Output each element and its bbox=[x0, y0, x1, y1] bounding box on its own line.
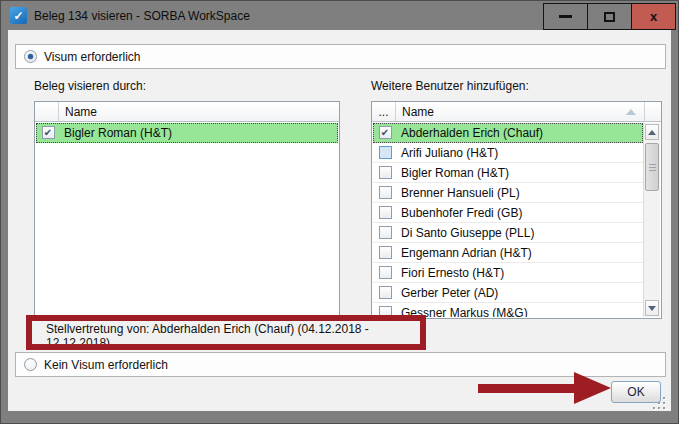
sort-ascending-icon bbox=[626, 109, 636, 115]
row-checkbox-checked[interactable]: ✔ bbox=[42, 126, 55, 139]
list-item[interactable]: Gerber Peter (AD) bbox=[373, 283, 643, 303]
approver-list-header: Name bbox=[35, 102, 339, 122]
minimize-icon bbox=[559, 15, 572, 18]
maximize-button[interactable] bbox=[587, 3, 632, 30]
checkbox-cell bbox=[373, 246, 397, 259]
checkbox-cell bbox=[373, 306, 397, 317]
user-name: Di Santo Giuseppe (PLL) bbox=[397, 226, 643, 240]
checkbox-cell bbox=[373, 286, 397, 299]
checkbox-cell bbox=[373, 166, 397, 179]
dialog-content: Visum erforderlich Beleg visieren durch:… bbox=[8, 30, 671, 411]
row-checkbox-checked[interactable]: ✔ bbox=[379, 126, 392, 139]
approver-list: Name ✔Bigler Roman (H&T) bbox=[34, 101, 340, 317]
substitution-note: Stellvertretung von: Abderhalden Erich (… bbox=[46, 322, 416, 350]
list-item[interactable]: Fiori Ernesto (H&T) bbox=[373, 263, 643, 283]
checkbox-cell bbox=[373, 206, 397, 219]
list-item[interactable]: Brenner Hansueli (PL) bbox=[373, 183, 643, 203]
row-checkbox[interactable] bbox=[379, 186, 392, 199]
list-item[interactable]: Gessner Markus (M&G) bbox=[373, 303, 643, 317]
list-item[interactable]: Di Santo Giuseppe (PLL) bbox=[373, 223, 643, 243]
row-checkbox[interactable] bbox=[379, 206, 392, 219]
additional-users-rows: ✔Abderhalden Erich (Chauf)Arifi Juliano … bbox=[373, 123, 643, 317]
minimize-button[interactable] bbox=[543, 3, 588, 30]
checkbox-cell bbox=[373, 186, 397, 199]
visum-required-option[interactable]: Visum erforderlich bbox=[15, 44, 666, 69]
checkbox-cell bbox=[373, 226, 397, 239]
row-checkbox[interactable] bbox=[379, 146, 392, 159]
window-title: Beleg 134 visieren - SORBA WorkSpace bbox=[34, 9, 250, 23]
user-name: Gerber Peter (AD) bbox=[397, 286, 643, 300]
radio-visum-required[interactable] bbox=[24, 50, 37, 63]
row-checkbox[interactable] bbox=[379, 246, 392, 259]
list-item[interactable]: Bigler Roman (H&T) bbox=[373, 163, 643, 183]
maximize-icon bbox=[604, 12, 615, 22]
left-list-label: Beleg visieren durch: bbox=[34, 79, 146, 93]
list-item[interactable]: Bubenhofer Fredi (GB) bbox=[373, 203, 643, 223]
user-name: Engemann Adrian (H&T) bbox=[397, 246, 643, 260]
name-column-header[interactable]: Name bbox=[59, 102, 339, 121]
scroll-up-button[interactable] bbox=[645, 124, 659, 140]
user-name: Bigler Roman (H&T) bbox=[60, 126, 338, 140]
vertical-scrollbar[interactable] bbox=[643, 123, 660, 317]
no-visum-option[interactable]: Kein Visum erforderlich bbox=[15, 352, 666, 377]
dialog-window: ✓ Beleg 134 visieren - SORBA WorkSpace x… bbox=[0, 0, 679, 424]
checkbox-cell bbox=[373, 146, 397, 159]
checkbox-column-header[interactable] bbox=[35, 102, 59, 121]
radio-no-visum[interactable] bbox=[24, 358, 37, 371]
row-checkbox[interactable] bbox=[379, 306, 392, 317]
checkbox-cell bbox=[373, 266, 397, 279]
user-name: Abderhalden Erich (Chauf) bbox=[397, 126, 643, 140]
checkbox-cell: ✔ bbox=[373, 126, 397, 139]
row-checkbox[interactable] bbox=[379, 166, 392, 179]
list-item[interactable]: Arifi Juliano (H&T) bbox=[373, 143, 643, 163]
name-column-header[interactable]: Name bbox=[396, 102, 645, 121]
close-icon: x bbox=[650, 9, 657, 24]
header-end-cell bbox=[645, 102, 661, 121]
title-bar: ✓ Beleg 134 visieren - SORBA WorkSpace x bbox=[1, 1, 678, 30]
row-checkbox[interactable] bbox=[379, 226, 392, 239]
scroll-down-icon bbox=[648, 306, 656, 311]
user-name: Bigler Roman (H&T) bbox=[397, 166, 643, 180]
scroll-down-button[interactable] bbox=[645, 300, 659, 316]
app-icon: ✓ bbox=[10, 7, 27, 24]
user-name: Bubenhofer Fredi (GB) bbox=[397, 206, 643, 220]
user-name: Fiori Ernesto (H&T) bbox=[397, 266, 643, 280]
resize-grip[interactable] bbox=[652, 396, 665, 409]
user-name: Brenner Hansueli (PL) bbox=[397, 186, 643, 200]
list-item[interactable]: Engemann Adrian (H&T) bbox=[373, 243, 643, 263]
list-item[interactable]: ✔Abderhalden Erich (Chauf) bbox=[373, 123, 643, 143]
row-checkbox[interactable] bbox=[379, 286, 392, 299]
right-list-label: Weitere Benutzer hinzufügen: bbox=[371, 79, 529, 93]
close-button[interactable]: x bbox=[631, 3, 676, 30]
radio-visum-required-label: Visum erforderlich bbox=[44, 50, 140, 64]
window-controls: x bbox=[544, 3, 676, 30]
scroll-up-icon bbox=[648, 130, 656, 135]
additional-users-list: ... Name ✔Abderhalden Erich (Chauf)Arifi… bbox=[371, 101, 662, 319]
checkbox-column-header[interactable]: ... bbox=[372, 102, 396, 121]
row-checkbox[interactable] bbox=[379, 266, 392, 279]
checkbox-cell: ✔ bbox=[36, 126, 60, 139]
additional-users-header: ... Name bbox=[372, 102, 661, 122]
user-name: Arifi Juliano (H&T) bbox=[397, 146, 643, 160]
list-item[interactable]: ✔Bigler Roman (H&T) bbox=[36, 123, 338, 143]
radio-no-visum-label: Kein Visum erforderlich bbox=[44, 358, 168, 372]
user-name: Gessner Markus (M&G) bbox=[397, 306, 643, 318]
approver-list-rows: ✔Bigler Roman (H&T) bbox=[36, 123, 338, 315]
scrollbar-thumb[interactable] bbox=[645, 143, 659, 191]
